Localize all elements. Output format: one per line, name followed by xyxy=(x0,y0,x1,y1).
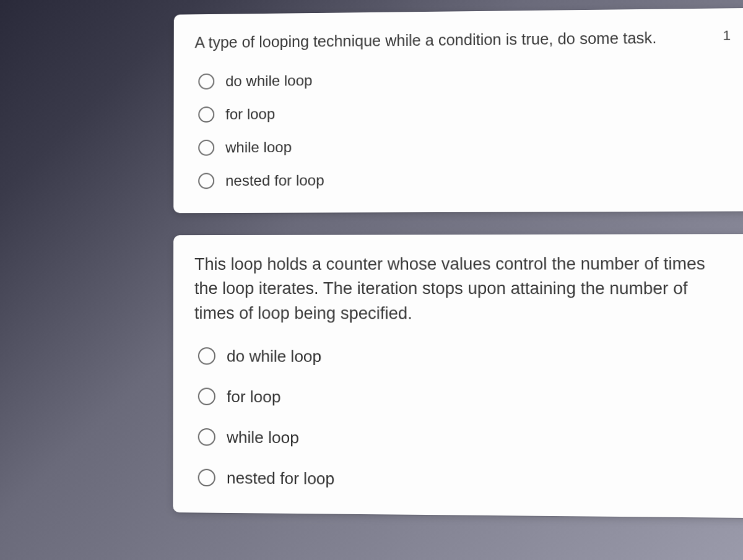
radio-icon xyxy=(198,74,214,90)
radio-icon xyxy=(198,388,215,405)
option-nested-for-loop[interactable]: nested for loop xyxy=(194,460,737,499)
option-label: while loop xyxy=(225,139,292,156)
option-while-loop[interactable]: while loop xyxy=(194,420,737,459)
option-do-while-loop[interactable]: do while loop xyxy=(194,339,736,375)
option-label: do while loop xyxy=(227,347,321,366)
option-label: while loop xyxy=(227,428,299,447)
question-card-1: A type of looping technique while a cond… xyxy=(173,8,743,213)
option-label: do while loop xyxy=(225,72,312,90)
option-label: for loop xyxy=(227,387,281,407)
radio-icon xyxy=(198,140,214,156)
radio-icon xyxy=(198,106,214,123)
option-label: nested for loop xyxy=(225,172,324,190)
question-card-2: This loop holds a counter whose values c… xyxy=(173,234,743,517)
option-for-loop[interactable]: for loop xyxy=(194,379,736,416)
option-label: for loop xyxy=(225,106,275,123)
question-points: 1 xyxy=(723,26,731,46)
question-prompt: This loop holds a counter whose values c… xyxy=(194,252,735,326)
question-prompt: A type of looping technique while a cond… xyxy=(194,26,710,54)
radio-icon xyxy=(198,469,215,487)
option-for-loop[interactable]: for loop xyxy=(194,96,732,129)
options-group: do while loop for loop while loop nested… xyxy=(194,62,733,196)
option-while-loop[interactable]: while loop xyxy=(194,130,732,163)
radio-icon xyxy=(198,428,215,446)
quiz-viewport: A type of looping technique while a cond… xyxy=(173,8,743,560)
option-label: nested for loop xyxy=(227,468,334,489)
question-text: This loop holds a counter whose values c… xyxy=(194,252,735,326)
option-nested-for-loop[interactable]: nested for loop xyxy=(194,163,733,196)
option-do-while-loop[interactable]: do while loop xyxy=(194,62,731,96)
options-group: do while loop for loop while loop nested… xyxy=(194,339,737,500)
radio-icon xyxy=(198,173,214,189)
radio-icon xyxy=(198,347,215,364)
question-text: A type of looping technique while a cond… xyxy=(194,26,731,54)
